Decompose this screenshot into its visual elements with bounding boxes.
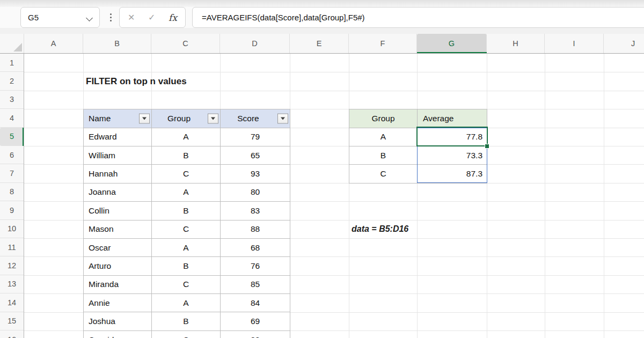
data-table-cell[interactable]: Collin xyxy=(84,202,152,220)
data-table-cell[interactable]: A xyxy=(152,294,221,312)
row-header-5[interactable]: 5 xyxy=(0,128,24,146)
data-table-cell[interactable]: 83 xyxy=(221,202,290,220)
filter-button-score[interactable] xyxy=(277,113,288,123)
row-header-7[interactable]: 7 xyxy=(0,164,24,182)
data-table-cell[interactable]: 88 xyxy=(221,221,290,239)
accept-icon[interactable]: ✓ xyxy=(148,13,155,22)
column-header-D[interactable]: D xyxy=(220,34,290,53)
row-header-13[interactable]: 13 xyxy=(0,275,24,293)
header-label: Score xyxy=(237,114,259,123)
fill-handle[interactable] xyxy=(485,144,489,149)
column-header-I[interactable]: I xyxy=(545,34,604,53)
data-table-cell[interactable]: 79 xyxy=(221,128,290,146)
data-table-cell[interactable]: 69 xyxy=(221,312,290,330)
name-box-value: G5 xyxy=(21,13,39,22)
data-table-cell[interactable]: William xyxy=(84,146,152,165)
row-header-16[interactable]: 16 xyxy=(0,330,24,338)
row-header-6[interactable]: 6 xyxy=(0,146,24,164)
data-table-cell[interactable]: Edward xyxy=(84,128,152,146)
column-header-G[interactable]: G xyxy=(417,34,487,53)
column-header-C[interactable]: C xyxy=(151,34,220,53)
gridline xyxy=(545,54,545,338)
gridline xyxy=(417,54,418,338)
gridline xyxy=(24,91,644,91)
data-table-cell[interactable]: Joanna xyxy=(84,183,152,202)
data-table-cell[interactable]: 83 xyxy=(221,331,290,338)
column-header-A[interactable]: A xyxy=(24,34,83,53)
column-header-H[interactable]: H xyxy=(487,34,545,53)
row-header-15[interactable]: 15 xyxy=(0,312,24,330)
gridline xyxy=(604,54,604,338)
data-table-header-score[interactable]: Score xyxy=(221,109,290,128)
data-table-cell[interactable]: Cassidy xyxy=(84,331,152,338)
sheet-title-cell[interactable]: FILTER on top n values xyxy=(86,72,187,90)
filter-button-group[interactable] xyxy=(208,113,218,123)
kebab-menu-icon[interactable] xyxy=(107,7,114,28)
row-header-11[interactable]: 11 xyxy=(0,238,24,256)
row-header-10[interactable]: 10 xyxy=(0,220,24,238)
header-label: Group xyxy=(167,114,191,123)
row-header-8[interactable]: 8 xyxy=(0,183,24,201)
row-header-2[interactable]: 2 xyxy=(0,72,24,90)
column-header-J[interactable]: J xyxy=(604,34,644,53)
row-header-4[interactable]: 4 xyxy=(0,109,24,127)
data-table-cell[interactable]: 80 xyxy=(221,183,290,202)
select-all-corner[interactable] xyxy=(0,34,24,53)
summary-table-cell[interactable]: B xyxy=(349,146,418,165)
summary-table-cell[interactable]: C xyxy=(349,165,418,183)
row-header-12[interactable]: 12 xyxy=(0,256,24,275)
chevron-down-icon[interactable] xyxy=(86,14,93,21)
name-box[interactable]: G5 xyxy=(20,7,100,28)
row-header-3[interactable]: 3 xyxy=(0,91,24,109)
column-header-F[interactable]: F xyxy=(349,34,417,53)
data-table-cell[interactable]: C xyxy=(152,331,221,338)
summary-table-cell[interactable]: A xyxy=(349,128,418,146)
column-header-B[interactable]: B xyxy=(83,34,151,53)
filter-dropdown-icon xyxy=(142,117,147,120)
data-table-cell[interactable]: B xyxy=(152,312,221,330)
filter-button-name[interactable] xyxy=(139,113,150,123)
data-table-cell[interactable]: B xyxy=(152,146,221,165)
gridline xyxy=(349,54,349,338)
data-table-cell[interactable]: Arturo xyxy=(84,257,152,275)
data-table-cell[interactable]: Joshua xyxy=(84,312,152,330)
header-label: Name xyxy=(89,114,111,123)
data-table-cell[interactable]: 68 xyxy=(221,239,290,257)
row-header-9[interactable]: 9 xyxy=(0,201,24,219)
gridline xyxy=(487,54,487,338)
data-table-cell[interactable]: Miranda xyxy=(84,276,152,294)
worksheet[interactable]: ABCDEFGHIJ 12345678910111213141516 FILTE… xyxy=(0,34,644,338)
data-table-header-group[interactable]: Group xyxy=(152,109,221,128)
data-table-cell[interactable]: 65 xyxy=(221,146,290,165)
data-table-cell[interactable]: Mason xyxy=(84,221,152,239)
row-header-1[interactable]: 1 xyxy=(0,54,24,72)
data-table-cell[interactable]: Hannah xyxy=(84,165,152,183)
data-table-cell[interactable]: 93 xyxy=(221,165,290,183)
data-table-cell[interactable]: B xyxy=(152,257,221,275)
formula-input[interactable]: =AVERAGEIFS(data[Score],data[Group],F5#) xyxy=(192,7,644,28)
data-table-cell[interactable]: 84 xyxy=(221,294,290,312)
data-table-cell[interactable]: 85 xyxy=(221,276,290,294)
note-cell[interactable]: data = B5:D16 xyxy=(352,220,408,238)
data-table-cell[interactable]: C xyxy=(152,276,221,294)
summary-table-header-average[interactable]: Average xyxy=(418,109,487,128)
data-table-cell[interactable]: C xyxy=(152,221,221,239)
formula-text: =AVERAGEIFS(data[Score],data[Group],F5#) xyxy=(193,13,365,22)
data-table-cell[interactable]: 76 xyxy=(221,257,290,275)
data-table-cell[interactable]: A xyxy=(152,183,221,202)
data-table-cell[interactable]: B xyxy=(152,202,221,220)
data-table-cell[interactable]: A xyxy=(152,128,221,146)
data-table-cell[interactable]: C xyxy=(152,165,221,183)
data-table-header-name[interactable]: Name xyxy=(84,109,152,128)
row-header-14[interactable]: 14 xyxy=(0,293,24,312)
column-header-E[interactable]: E xyxy=(290,34,349,53)
insert-function-icon[interactable]: fx xyxy=(169,12,177,23)
data-table-cell[interactable]: Annie xyxy=(84,294,152,312)
active-cell-border xyxy=(416,127,488,146)
row-header-right-border xyxy=(24,54,24,338)
data-table-cell[interactable]: Oscar xyxy=(84,239,152,257)
column-header-bottom-border xyxy=(0,53,644,54)
cancel-icon[interactable]: ✕ xyxy=(128,13,135,22)
summary-table-header-group[interactable]: Group xyxy=(349,109,418,128)
data-table-cell[interactable]: A xyxy=(152,239,221,257)
